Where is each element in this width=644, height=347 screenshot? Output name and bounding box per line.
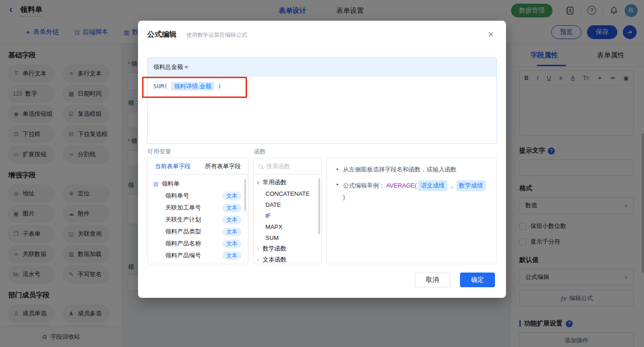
functions-label: 函数 xyxy=(254,148,266,156)
fn-item-date[interactable]: DATE xyxy=(253,199,322,210)
variable-row[interactable]: 领料单号文本 xyxy=(148,190,248,202)
fn-item-sum[interactable]: SUM xyxy=(253,232,322,243)
cancel-button[interactable]: 取消 xyxy=(415,273,450,287)
variable-name: 关联生产计划 xyxy=(165,216,201,224)
function-group-math[interactable]: ›数学函数 xyxy=(253,243,322,254)
variable-row[interactable]: 领料产品类型文本 xyxy=(148,226,248,238)
example-comma: ， xyxy=(449,181,455,190)
type-badge: 文本 xyxy=(222,251,242,260)
function-group-text[interactable]: ›文本函数 xyxy=(253,254,322,264)
root-label: 领料单 xyxy=(161,180,179,188)
chevron-right-icon: › xyxy=(253,246,263,251)
variable-name: 领料产品类型 xyxy=(165,228,201,236)
type-badge: 文本 xyxy=(222,204,242,212)
help-line-1: 从左侧面板选择字段名和函数，或输入函数 xyxy=(334,165,489,174)
variable-name: 领料产品编号 xyxy=(165,251,201,260)
functions-scrollbar[interactable] xyxy=(318,178,320,234)
variable-name: 领料产品名称 xyxy=(165,239,201,248)
confirm-button[interactable]: 确定 xyxy=(460,273,495,287)
fn-item-concatenate[interactable]: CONCATENATE xyxy=(253,188,322,199)
variable-name: 领料单号 xyxy=(165,192,189,200)
function-group-common[interactable]: ∨常用函数 xyxy=(253,177,322,188)
search-icon xyxy=(258,164,263,169)
group-label: 常用函数 xyxy=(263,178,287,187)
functions-panel: ∨常用函数 CONCATENATE DATE IF MAPX SUM ›数学函数… xyxy=(253,158,322,264)
help-panel: 从左侧面板选择字段名和函数，或输入函数 公式编辑举例： AVERAGE( 语文成… xyxy=(327,158,497,264)
tab-all-form-fields[interactable]: 所有表单字段 xyxy=(198,158,248,174)
example-label: 公式编辑举例： xyxy=(343,181,385,190)
example-chip-math-score: 数学成绩 xyxy=(456,180,486,191)
function-search-input[interactable] xyxy=(266,163,312,170)
type-badge: 文本 xyxy=(222,239,242,248)
type-badge: 文本 xyxy=(222,228,242,236)
group-label: 数学函数 xyxy=(263,245,287,253)
variable-row[interactable]: 领料产品编号文本 xyxy=(148,250,248,262)
help-text: 从左侧面板选择字段名和函数，或输入函数 xyxy=(343,165,457,174)
variables-scrollbar[interactable] xyxy=(244,179,246,211)
type-badge: 文本 xyxy=(222,192,242,200)
formula-edit-modal: 公式编辑 使用数学运算符编辑公式 ✕ 领料总金额 = SUM( 领料详情.金额 … xyxy=(138,21,506,298)
modal-subtitle: 使用数学运算符编辑公式 xyxy=(186,31,247,39)
example-close-paren: ) xyxy=(343,193,345,202)
modal-title: 公式编辑 xyxy=(147,30,177,40)
close-icon[interactable]: ✕ xyxy=(488,30,494,40)
variable-name: 关联加工单号 xyxy=(165,204,201,212)
variables-panel: 当前表单字段 所有表单字段 ▤ 领料单 领料单号文本 关联加工单号文本 关联生产… xyxy=(147,158,248,264)
fn-item-mapx[interactable]: MAPX xyxy=(253,221,322,232)
formula-editor[interactable]: 领料总金额 = SUM( 领料详情.金额 ) xyxy=(147,57,497,144)
document-icon: ▤ xyxy=(153,181,158,187)
example-function: AVERAGE( xyxy=(386,181,417,190)
chevron-right-icon: › xyxy=(253,257,263,262)
variable-row[interactable]: 领料产品名称文本 xyxy=(148,238,248,250)
help-line-2: 公式编辑举例： AVERAGE( 语文成绩 ， 数学成绩 ) xyxy=(334,180,489,202)
variable-row[interactable]: 关联加工单号文本 xyxy=(148,202,248,214)
fn-item-if[interactable]: IF xyxy=(253,210,322,221)
variable-row[interactable]: 关联生产计划文本 xyxy=(148,214,248,226)
type-badge: 文本 xyxy=(222,216,242,224)
formula-target-field: 领料总金额 = xyxy=(148,58,496,76)
red-annotation-box xyxy=(142,77,247,98)
variables-label: 可用变量 xyxy=(147,148,171,156)
example-chip-chinese-score: 语文成绩 xyxy=(418,180,448,191)
chevron-down-icon: ∨ xyxy=(253,180,263,186)
group-label: 文本函数 xyxy=(263,256,287,264)
tab-current-form-fields[interactable]: 当前表单字段 xyxy=(148,158,198,174)
variables-root-node[interactable]: ▤ 领料单 xyxy=(148,178,248,190)
